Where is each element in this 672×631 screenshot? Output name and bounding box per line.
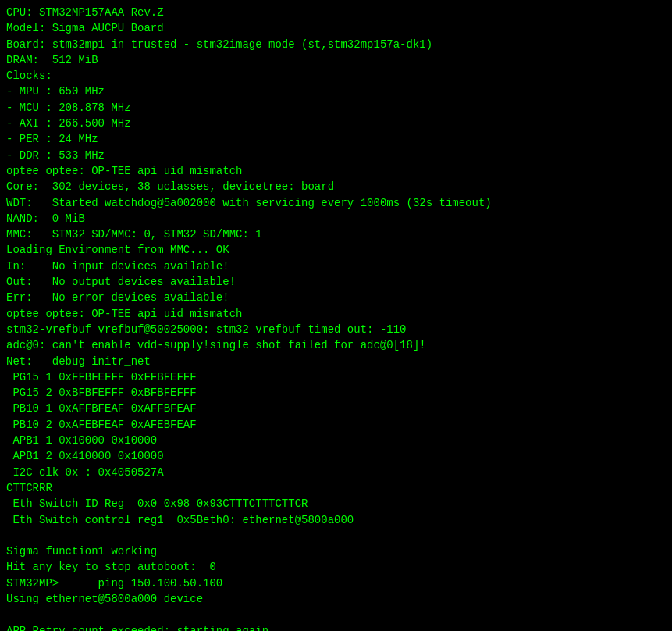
terminal-line: - MCU : 208.878 MHz xyxy=(6,100,666,116)
terminal-line: - MPU : 650 MHz xyxy=(6,84,666,99)
terminal-line: PB10 2 0xAFEBFEAF 0xAFEBFEAF xyxy=(6,417,666,433)
terminal-line: CPU: STM32MP157AAA Rev.Z xyxy=(6,5,666,20)
terminal-line: NAND: 0 MiB xyxy=(6,211,666,226)
terminal-line: ARP Retry count exceeded; starting again xyxy=(6,623,666,631)
terminal-line: stm32-vrefbuf vrefbuf@50025000: stm32 vr… xyxy=(6,322,666,337)
terminal-line xyxy=(6,528,666,544)
terminal-line: DRAM: 512 MiB xyxy=(6,52,666,68)
terminal-line: PG15 2 0xBFBFEFFF 0xBFBFEFFF xyxy=(6,385,666,401)
terminal-line: Board: stm32mp1 in trusted - stm32image … xyxy=(6,37,666,52)
terminal-line: Model: Sigma AUCPU Board xyxy=(6,20,666,36)
terminal-line: Core: 302 devices, 38 uclasses, devicetr… xyxy=(6,179,666,194)
terminal-line: In: No input devices available! xyxy=(6,258,666,274)
terminal-line: Eth Switch ID Reg 0x0 0x98 0x93CTTTCTTTC… xyxy=(6,496,666,512)
terminal-line: STM32MP> ping 150.100.50.100 xyxy=(6,576,666,591)
terminal-line: PB10 1 0xAFFBFEAF 0xAFFBFEAF xyxy=(6,401,666,416)
terminal-window: CPU: STM32MP157AAA Rev.ZModel: Sigma AUC… xyxy=(0,0,672,631)
terminal-line: Net: debug initr_net xyxy=(6,354,666,369)
terminal-line: APB1 2 0x410000 0x10000 xyxy=(6,448,666,464)
terminal-line: Sigma function1 working xyxy=(6,544,666,559)
terminal-line: Out: No output devices available! xyxy=(6,274,666,290)
terminal-line: I2C clk 0x : 0x4050527A xyxy=(6,465,666,480)
terminal-line: Err: No error devices available! xyxy=(6,290,666,305)
terminal-line xyxy=(6,607,666,622)
terminal-line: - DDR : 533 MHz xyxy=(6,148,666,163)
terminal-line: MMC: STM32 SD/MMC: 0, STM32 SD/MMC: 1 xyxy=(6,226,666,242)
terminal-line: CTTCRRR xyxy=(6,480,666,496)
terminal-line: optee optee: OP-TEE api uid mismatch xyxy=(6,306,666,322)
terminal-line: WDT: Started watchdog@5a002000 with serv… xyxy=(6,195,666,211)
terminal-line: - PER : 24 MHz xyxy=(6,131,666,147)
terminal-line: Loading Environment from MMC... OK xyxy=(6,242,666,258)
terminal-line: Using ethernet@5800a000 device xyxy=(6,591,666,607)
terminal-line: Eth Switch control reg1 0x5Beth0: ethern… xyxy=(6,512,666,528)
terminal-line: PG15 1 0xFFBFEFFF 0xFFBFEFFF xyxy=(6,369,666,385)
terminal-line: adc@0: can't enable vdd-supply!single sh… xyxy=(6,337,666,353)
terminal-line: Hit any key to stop autoboot: 0 xyxy=(6,559,666,575)
terminal-line: optee optee: OP-TEE api uid mismatch xyxy=(6,163,666,179)
terminal-line: - AXI : 266.500 MHz xyxy=(6,116,666,131)
terminal-line: APB1 1 0x10000 0x10000 xyxy=(6,433,666,448)
terminal-line: Clocks: xyxy=(6,68,666,84)
